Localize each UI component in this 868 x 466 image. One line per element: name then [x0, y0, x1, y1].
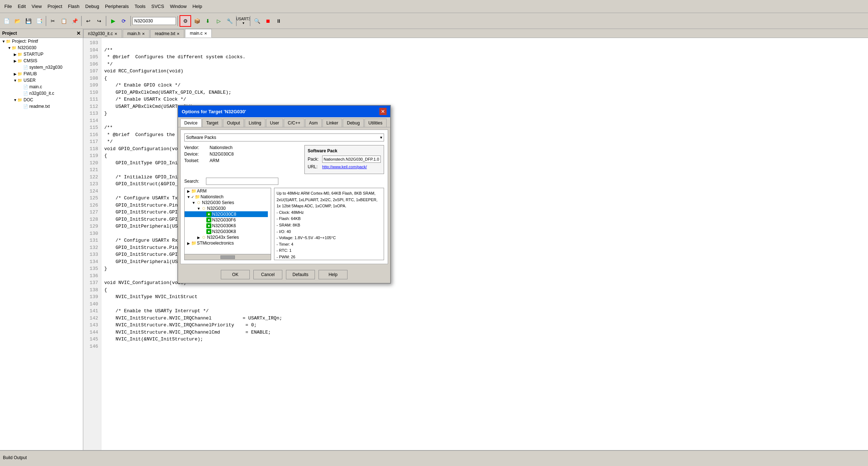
project-tree-item[interactable]: ▶📁STARTUP [0, 51, 83, 58]
menu-peripherals[interactable]: Peripherals [102, 2, 132, 10]
options-btn[interactable]: ⚙ [180, 15, 191, 27]
device-tree-item[interactable]: ■N32G030F6 [185, 217, 268, 223]
dialog-close-btn[interactable]: ✕ [379, 108, 387, 115]
device-tree-item[interactable]: ▼⬡N32G030 Series [185, 200, 268, 206]
url-link[interactable]: http://www.keil.com/pack/ [322, 165, 367, 169]
device-tree-item[interactable]: ▶⬡N32G43x Series [185, 234, 268, 240]
cancel-btn[interactable]: Cancel [253, 270, 282, 279]
dialog-tab[interactable]: Debug [343, 119, 363, 127]
project-tree-item[interactable]: 📄readme.txt [0, 103, 83, 110]
save-all-btn[interactable]: 📑 [34, 16, 44, 26]
software-packs-dropdown[interactable]: Software Packs ▾ [184, 134, 384, 141]
debug-btn[interactable]: ▷ [214, 16, 224, 26]
menu-view[interactable]: View [29, 2, 45, 10]
project-tree-item[interactable]: ▼📁N32G030 [0, 45, 83, 51]
project-tree-item[interactable]: ▼📁Project: Printf [0, 38, 83, 45]
line-number: 131 [86, 237, 98, 244]
expand-icon: ▶ [186, 189, 191, 193]
copy-btn[interactable]: 📋 [59, 16, 69, 26]
pause-btn[interactable]: ⏸ [274, 16, 284, 26]
config-btn[interactable]: 🔧 [224, 16, 235, 26]
inspect-btn[interactable]: 🔍 [252, 16, 262, 26]
download-btn[interactable]: ⬇ [203, 16, 213, 26]
project-tree-item[interactable]: 📄n32g030_it.c [0, 90, 83, 97]
project-tree-item[interactable]: ▶📁CMSIS [0, 58, 83, 64]
cut-btn[interactable]: ✂ [48, 16, 58, 26]
dialog-tab[interactable]: Device [180, 119, 202, 127]
separator-5 [177, 16, 178, 26]
main-layout: Project ✕ ▼📁Project: Printf▼📁N32G030▶📁ST… [0, 29, 868, 450]
separator-4 [130, 16, 131, 26]
project-tree-item[interactable]: ▶📁FWLIB [0, 71, 83, 77]
dialog-tab[interactable]: Asm [305, 119, 322, 127]
dialog-tab[interactable]: Target [202, 119, 222, 127]
device-tree-item[interactable]: ■N32G030K6 [185, 223, 268, 229]
defaults-btn[interactable]: Defaults [286, 270, 315, 279]
code-line: /* Enable GPIO clock */ [104, 82, 865, 89]
line-number: 123 [86, 181, 98, 188]
info-row: Vendor: Nationstech Device: N32G030C8 To… [184, 145, 384, 174]
editor-tab[interactable]: readme.txt✕ [150, 29, 185, 38]
menubar: File Edit View Project Flash Debug Perip… [0, 0, 868, 13]
tree-label: N32G030 [207, 206, 226, 211]
dialog-tab[interactable]: C/C++ [284, 119, 304, 127]
tree-label: N32G030K6 [212, 223, 236, 228]
pack-value-input[interactable] [322, 156, 381, 163]
menu-window[interactable]: Window [167, 2, 189, 10]
menu-tools[interactable]: Tools [132, 2, 148, 10]
menu-project[interactable]: Project [45, 2, 65, 10]
open-btn[interactable]: 📂 [12, 16, 22, 26]
editor-tab[interactable]: main.h✕ [123, 29, 149, 38]
menu-svcs[interactable]: SVCS [148, 2, 167, 10]
editor-tab[interactable]: main.c✕ [185, 29, 211, 38]
menu-help[interactable]: Help [190, 2, 205, 10]
paste-btn[interactable]: 📌 [69, 16, 80, 26]
redo-btn[interactable]: ↪ [94, 16, 104, 26]
panel-close-btn[interactable]: ✕ [76, 30, 81, 36]
dialog-tab[interactable]: User [266, 119, 283, 127]
editor-tab[interactable]: n32g030_it.c✕ [83, 29, 122, 38]
device-tree-item[interactable]: ▶📁ARM [185, 188, 268, 194]
device-label: Device: [184, 152, 210, 157]
save-btn[interactable]: 💾 [23, 16, 33, 26]
pack-label: Pack: [308, 157, 322, 162]
undo-btn[interactable]: ↩ [83, 16, 93, 26]
help-btn[interactable]: Help [319, 270, 347, 279]
manage-btn[interactable]: 📦 [192, 16, 202, 26]
dialog-tab[interactable]: Listing [245, 119, 265, 127]
new-file-btn[interactable]: 📄 [1, 16, 12, 26]
build-btn[interactable]: ▶ [108, 16, 118, 26]
dialog-tab[interactable]: Utilities [365, 119, 387, 127]
usart-btn[interactable]: USART3 ▾ [238, 16, 248, 26]
separator-2 [81, 16, 82, 26]
menu-debug[interactable]: Debug [83, 2, 102, 10]
device-tree-pane[interactable]: ▶📁ARM▼✓📁Nationstech▼⬡N32G030 Series▼⬡N32… [185, 188, 268, 254]
device-tree-item[interactable]: ▼⬡N32G030 [185, 206, 268, 211]
project-tree-item[interactable]: 📄main.c [0, 84, 83, 90]
dialog-tab[interactable]: Output [223, 119, 244, 127]
project-tree[interactable]: ▼📁Project: Printf▼📁N32G030▶📁STARTUP▶📁CMS… [0, 38, 83, 450]
url-row: URL: http://www.keil.com/pack/ [308, 164, 381, 169]
ok-btn[interactable]: OK [221, 270, 250, 279]
device-tree-item[interactable]: ▼✓📁Nationstech [185, 194, 268, 200]
build-output-label: Build Output [3, 455, 27, 460]
search-input[interactable] [206, 178, 278, 185]
code-line: { [104, 287, 865, 294]
device-tree-item[interactable]: ■N32G030C8 [185, 211, 268, 217]
code-line: NVIC_Init(&NVIC_InitStructure); [104, 336, 865, 343]
line-number: 138 [86, 287, 98, 294]
line-number: 114 [86, 117, 98, 124]
dialog-tab[interactable]: Linker [323, 119, 342, 127]
device-tree-item[interactable]: ■N32G030K8 [185, 229, 268, 234]
search-row: Search: [184, 178, 384, 185]
rebuild-btn[interactable]: ⟳ [119, 16, 129, 26]
project-tree-item[interactable]: ▼📁USER [0, 77, 83, 84]
target-input[interactable] [132, 17, 176, 25]
stop-btn[interactable]: ⏹ [263, 16, 273, 26]
menu-edit[interactable]: Edit [15, 2, 29, 10]
project-tree-item[interactable]: ▼📁DOC [0, 97, 83, 103]
project-tree-item[interactable]: 📄system_n32g030 [0, 64, 83, 71]
device-tree-item[interactable]: ▶📁STMicroelectronics [185, 240, 268, 246]
menu-flash[interactable]: Flash [65, 2, 83, 10]
menu-file[interactable]: File [1, 2, 15, 10]
